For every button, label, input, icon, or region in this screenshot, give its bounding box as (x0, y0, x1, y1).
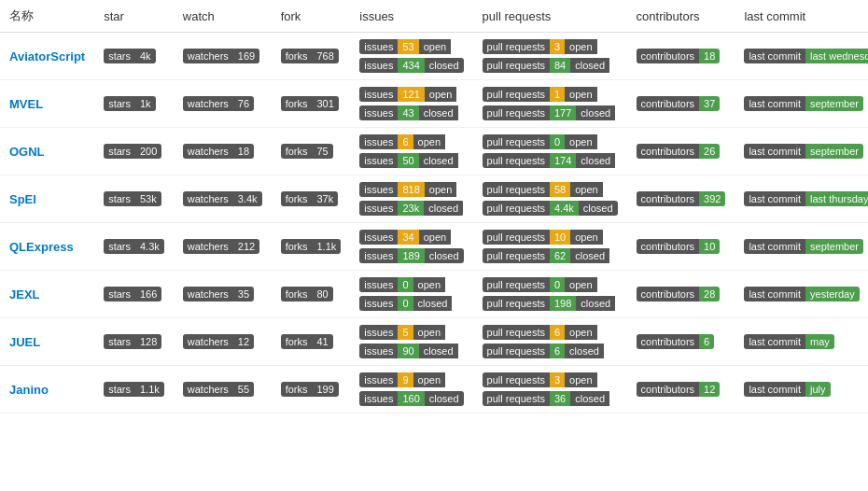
badge: forks 80 (281, 287, 333, 302)
badge: pull requests 6 closed (483, 344, 618, 358)
badge: issues 0 closed (359, 296, 463, 311)
issues-cell: issues 6 open issues 50 closed (350, 128, 472, 175)
table-row: JEXL stars 166 watchers 35 forks 80 issu… (0, 271, 868, 318)
badge: issues 43 closed (359, 105, 463, 120)
badge: contributors 18 (637, 49, 721, 63)
badge: pull requests 0 open (483, 134, 618, 149)
badge: last commit september (744, 144, 863, 159)
issues-cell: issues 121 open issues 43 closed (350, 80, 472, 128)
badge: pull requests 198 closed (483, 296, 618, 311)
name-cell[interactable]: JUEL (0, 318, 94, 366)
commit-cell: last commit yesterday (735, 271, 868, 318)
issues-cell: issues 9 open issues 160 closed (350, 366, 472, 414)
name-cell[interactable]: JEXL (0, 271, 94, 318)
watch-cell: watchers 18 (174, 128, 272, 175)
badge: stars 200 (104, 144, 161, 159)
badge: pull requests 62 closed (483, 248, 618, 263)
name-cell[interactable]: MVEL (0, 80, 94, 128)
fork-cell: forks 80 (272, 271, 351, 318)
badge: pull requests 4.4k closed (483, 201, 618, 216)
name-cell[interactable]: SpEl (0, 175, 94, 223)
badge: watchers 212 (183, 239, 259, 254)
col-header-pr: pull requests (473, 0, 627, 33)
commit-cell: last commit september (735, 128, 868, 175)
badge: watchers 76 (183, 96, 254, 111)
badge: pull requests 3 open (483, 39, 618, 54)
badge: issues 818 open (359, 182, 463, 197)
contributor-cell: contributors 18 (627, 33, 735, 80)
badge: contributors 12 (637, 382, 721, 397)
badge: contributors 6 (637, 334, 715, 349)
pr-cell: pull requests 58 open pull requests 4.4k… (473, 175, 627, 223)
badge: issues 121 open (359, 87, 463, 102)
badge: pull requests 58 open (483, 182, 618, 197)
badge: last commit may (744, 334, 833, 349)
col-header-fork: fork (272, 0, 351, 33)
table-row: QLExpress stars 4.3k watchers 212 forks … (0, 223, 868, 271)
contributor-cell: contributors 12 (627, 366, 735, 414)
name-cell[interactable]: QLExpress (0, 223, 94, 271)
badge: last commit yesterday (744, 287, 859, 302)
star-cell: stars 1k (94, 80, 174, 128)
star-cell: stars 1.1k (94, 366, 174, 414)
commit-cell: last commit may (735, 318, 868, 366)
badge: issues 53 open (359, 39, 463, 54)
badge: watchers 35 (183, 287, 254, 302)
badge: forks 199 (281, 382, 339, 397)
contributor-cell: contributors 26 (627, 128, 735, 175)
badge: last commit last wednesday (744, 49, 868, 63)
fork-cell: forks 301 (272, 80, 351, 128)
badge: issues 23k closed (359, 201, 463, 216)
badge: stars 4k (104, 49, 155, 63)
pr-cell: pull requests 6 open pull requests 6 clo… (473, 318, 627, 366)
issues-cell: issues 5 open issues 90 closed (350, 318, 472, 366)
badge: stars 166 (104, 287, 161, 302)
badge: stars 128 (104, 334, 161, 349)
fork-cell: forks 768 (272, 33, 351, 80)
badge: issues 434 closed (359, 58, 463, 73)
contributor-cell: contributors 10 (627, 223, 735, 271)
badge: contributors 26 (637, 144, 721, 159)
badge: stars 1.1k (104, 382, 164, 397)
contributor-cell: contributors 6 (627, 318, 735, 366)
badge: issues 9 open (359, 372, 463, 387)
badge: last commit september (744, 239, 863, 254)
col-header-name: 名称 (0, 0, 94, 33)
name-cell[interactable]: OGNL (0, 128, 94, 175)
star-cell: stars 166 (94, 271, 174, 318)
col-header-star: star (94, 0, 174, 33)
badge: stars 1k (104, 96, 155, 111)
col-header-issues: issues (350, 0, 472, 33)
col-header-contributors: contributors (627, 0, 735, 33)
name-cell[interactable]: Janino (0, 366, 94, 414)
badge: contributors 392 (637, 191, 726, 206)
col-header-watch: watch (174, 0, 272, 33)
pr-cell: pull requests 10 open pull requests 62 c… (473, 223, 627, 271)
commit-cell: last commit july (735, 366, 868, 414)
star-cell: stars 128 (94, 318, 174, 366)
watch-cell: watchers 55 (174, 366, 272, 414)
issues-cell: issues 818 open issues 23k closed (350, 175, 472, 223)
badge: watchers 12 (183, 334, 254, 349)
name-cell[interactable]: AviatorScript (0, 33, 94, 80)
badge: issues 34 open (359, 230, 463, 245)
badge: watchers 169 (183, 49, 259, 63)
badge: contributors 28 (637, 287, 721, 302)
fork-cell: forks 75 (272, 128, 351, 175)
badge: pull requests 6 open (483, 325, 618, 340)
badge: pull requests 174 closed (483, 153, 618, 168)
table-row: SpEl stars 53k watchers 3.4k forks 37k i… (0, 175, 868, 223)
watch-cell: watchers 3.4k (174, 175, 272, 223)
pr-cell: pull requests 0 open pull requests 198 c… (473, 271, 627, 318)
badge: pull requests 1 open (483, 87, 618, 102)
table-row: MVEL stars 1k watchers 76 forks 301 issu… (0, 80, 868, 128)
pr-cell: pull requests 3 open pull requests 84 cl… (473, 33, 627, 80)
star-cell: stars 4.3k (94, 223, 174, 271)
badge: pull requests 177 closed (483, 105, 618, 120)
issues-cell: issues 0 open issues 0 closed (350, 271, 472, 318)
commit-cell: last commit september (735, 80, 868, 128)
badge: watchers 3.4k (183, 191, 262, 206)
badge: issues 189 closed (359, 248, 463, 263)
badge: watchers 18 (183, 144, 254, 159)
col-header-lastcommit: last commit (735, 0, 868, 33)
